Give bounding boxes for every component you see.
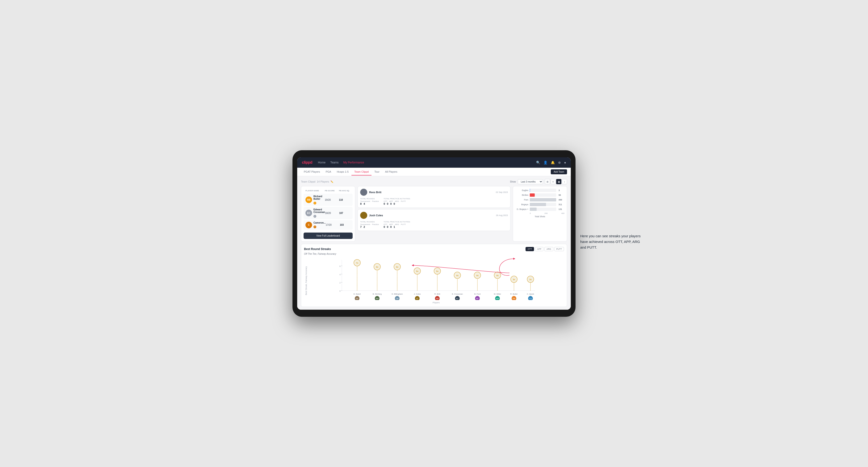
- practice-activities-label: Total Practice Activities: [383, 198, 410, 200]
- pb-avg: 107: [339, 212, 351, 214]
- tournament-value: 7: [360, 225, 362, 228]
- show-label: Show: [510, 181, 516, 183]
- chart-view-icon[interactable]: ↕: [562, 179, 567, 184]
- three-col-layout: PLAYER NAME PB SCORE PB AVG SQ RB Richar…: [301, 186, 567, 242]
- rank-badge: 1: [313, 201, 316, 205]
- view-leaderboard-button[interactable]: View Full Leaderboard: [304, 232, 352, 239]
- practice-sublabels: OTT APP ARG PUTT: [383, 200, 410, 203]
- arg-value: 0: [390, 203, 392, 205]
- edit-icon[interactable]: ✏️: [331, 181, 333, 183]
- svg-text:DB: DB: [396, 298, 398, 300]
- svg-text:2: 2: [339, 282, 341, 284]
- filter-app[interactable]: APP: [535, 247, 544, 251]
- period-select[interactable]: Last 3 months Last 6 months Last 12 mont…: [518, 179, 543, 184]
- app-value: 0: [387, 225, 388, 228]
- player-row[interactable]: RB Richard Butler 1 19/20 110: [304, 194, 352, 206]
- filter-ott[interactable]: OTT: [526, 247, 534, 251]
- pb-avg: 110: [339, 198, 351, 201]
- total-rounds-label: Total Rounds: [360, 221, 379, 223]
- svg-text:D. Billingham: D. Billingham: [392, 293, 403, 295]
- axis-400: 400: [561, 212, 564, 214]
- subnav-pgat[interactable]: PGAT Players: [301, 168, 323, 176]
- bar-axis: 0 200 400: [516, 212, 564, 214]
- practice-label: Practice: [372, 223, 379, 225]
- subnav-all-players[interactable]: All Players: [382, 168, 400, 176]
- svg-text:3x: 3x: [529, 278, 532, 281]
- bell-icon[interactable]: 🔔: [551, 161, 555, 164]
- player-row[interactable]: EC Edward Crossman 2 18/20 107: [304, 207, 352, 219]
- app-value: 0: [387, 203, 388, 205]
- chart-wrapper: Best Streak, Fairway Accuracy 0 2 4 6: [304, 257, 564, 304]
- putt-label: PUTT: [401, 200, 406, 203]
- player-card-header: Josh Coles 26 Aug 2023: [360, 212, 508, 219]
- practice-activities-block: Total Practice Activities OTT APP ARG PU…: [383, 221, 410, 228]
- player-card-date: 02 Sep 2023: [496, 191, 508, 193]
- tablet-frame: clippd Home Teams My Performance 🔍 👤 🔔 ⊕…: [292, 150, 576, 317]
- svg-text:6x: 6x: [376, 266, 378, 268]
- nav-my-performance[interactable]: My Performance: [343, 160, 364, 165]
- total-rounds-block: Total Rounds Tournament Practice 8 4: [360, 198, 379, 205]
- svg-text:7x: 7x: [356, 262, 358, 264]
- stat-sublabels: Tournament Practice: [360, 223, 379, 225]
- filter-arg[interactable]: ARG: [545, 247, 553, 251]
- avatar: EC: [305, 210, 312, 216]
- table-view-icon[interactable]: ▦: [556, 179, 561, 184]
- svg-text:E. Crossman: E. Crossman: [452, 293, 463, 295]
- filter-putt[interactable]: PUTT: [554, 247, 564, 251]
- svg-text:J. Coles: J. Coles: [414, 293, 421, 295]
- subnav-hcaps[interactable]: Hcaps 1-5: [334, 168, 351, 176]
- player-name-block: Richard Butler 1: [313, 195, 325, 205]
- svg-text:EE: EE: [356, 298, 359, 300]
- player-info: C Cameron... 3: [305, 221, 326, 228]
- streaks-section: Best Round Streaks OTT APP ARG PUTT Off …: [301, 244, 567, 307]
- player-card-name: Josh Coles: [369, 214, 383, 217]
- subnav-team-clippd[interactable]: Team Clippd: [351, 168, 371, 176]
- bar-label: D. Bogeys +: [516, 208, 528, 210]
- rank-badge: 3: [313, 225, 316, 228]
- player-name-block: Edward Crossman 2: [313, 208, 325, 218]
- col-pb-score: PB SCORE: [325, 190, 339, 192]
- player-row[interactable]: C Cameron... 3 17/20 103: [304, 220, 352, 230]
- subnav-pga[interactable]: PGA: [323, 168, 334, 176]
- pb-avg: 103: [340, 224, 352, 226]
- target-icon[interactable]: ⊕: [558, 161, 561, 164]
- arg-label: ARG: [395, 200, 399, 203]
- player-count: 14 Players: [317, 180, 329, 183]
- annotation-text: Here you can see streaks your players ha…: [580, 233, 642, 250]
- axis-200: 200: [545, 212, 548, 214]
- avatar-icon[interactable]: ●: [564, 161, 566, 164]
- streaks-subtitle: Off The Tee, Fairway Accuracy: [304, 253, 564, 255]
- practice-stat-values: 0 0 0 1: [383, 225, 410, 228]
- list-view-icon[interactable]: ≡: [551, 179, 556, 184]
- app-label: APP: [389, 223, 393, 225]
- bar-track: [530, 198, 556, 201]
- bar-track: [530, 208, 556, 211]
- player-name: Cameron...: [313, 221, 326, 224]
- add-team-button[interactable]: Add Team: [551, 169, 567, 174]
- streaks-header: Best Round Streaks OTT APP ARG PUTT: [304, 247, 564, 251]
- tournament-label: Tournament: [360, 200, 370, 203]
- player-card: Josh Coles 26 Aug 2023 Total Rounds Tour…: [358, 209, 510, 231]
- user-icon[interactable]: 👤: [544, 161, 548, 164]
- grid-view-icon[interactable]: ⊞: [545, 179, 550, 184]
- bar-label: Pars: [516, 198, 528, 201]
- svg-text:RB: RB: [436, 298, 438, 300]
- player-badge: 3: [313, 225, 316, 228]
- svg-text:MM: MM: [496, 298, 499, 300]
- tablet-screen: clippd Home Teams My Performance 🔍 👤 🔔 ⊕…: [297, 157, 571, 310]
- svg-text:RB: RB: [513, 298, 515, 300]
- svg-text:5x: 5x: [436, 270, 438, 272]
- nav-teams[interactable]: Teams: [330, 160, 338, 165]
- player-cards: Rees Britt 02 Sep 2023 Total Rounds Tour…: [358, 186, 510, 242]
- leaderboard-panel: PLAYER NAME PB SCORE PB AVG SQ RB Richar…: [301, 186, 355, 242]
- svg-text:R. Butler: R. Butler: [510, 293, 518, 295]
- svg-text:R. Britt: R. Britt: [434, 293, 440, 295]
- app-label: APP: [389, 200, 393, 203]
- total-rounds-label: Total Rounds: [360, 198, 379, 200]
- arg-label: ARG: [395, 223, 399, 225]
- pb-score: 19/20: [325, 198, 339, 201]
- tournament-label: Tournament: [360, 223, 370, 225]
- nav-home[interactable]: Home: [318, 160, 326, 165]
- search-icon[interactable]: 🔍: [536, 161, 540, 164]
- subnav-tour[interactable]: Tour: [371, 168, 382, 176]
